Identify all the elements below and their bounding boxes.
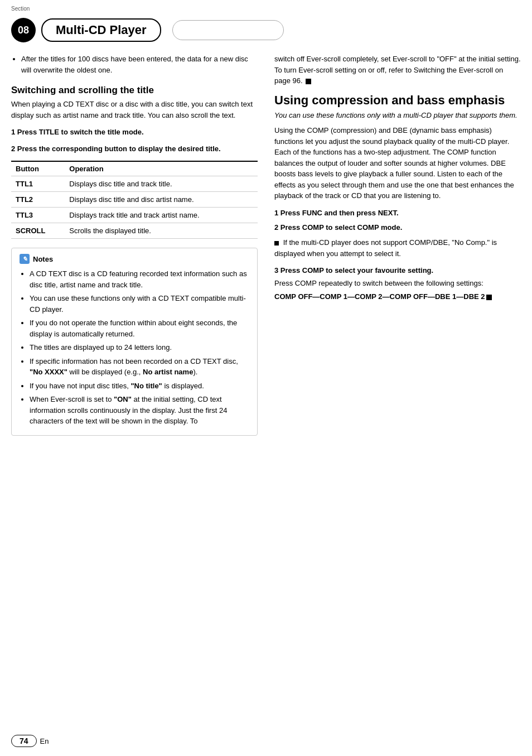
table-cell-button: TTL2 [11,192,65,208]
switching-heading: Switching and scrolling the title [11,84,258,97]
header: 08 Multi-CD Player [0,0,532,42]
notes-item: If you have not input disc titles, "No t… [30,381,249,392]
compression-step2: 2 Press COMP to select COMP mode. [274,223,521,233]
table-cell-operation: Scrolls the displayed title. [65,223,258,239]
notes-header: ✎ Notes [20,254,249,264]
table-cell-operation: Displays disc title and track title. [65,176,258,192]
notes-item: If you do not operate the function withi… [30,317,249,339]
table-cell-operation: Displays disc title and disc artist name… [65,192,258,208]
section-badge: 08 [11,18,36,42]
page-title: Multi-CD Player [41,18,161,42]
end-mark-2 [486,295,492,300]
notes-item: The titles are displayed up to 24 letter… [30,342,249,353]
switching-intro: When playing a CD TEXT disc or a disc wi… [11,99,258,121]
page-number: 74 [11,735,37,747]
header-right-pill [172,20,284,40]
table-col-button: Button [11,161,65,176]
table-cell-button: TTL1 [11,176,65,192]
step1-left: 1 Press TITLE to switch the title mode. [11,127,258,137]
compression-step1: 1 Press FUNC and then press NEXT. [274,208,521,218]
everscroll-continuation: switch off Ever-scroll completely, set E… [274,54,521,86]
end-mark-1 [306,79,311,84]
notes-list: A CD TEXT disc is a CD featuring recorde… [20,268,249,427]
notes-item: A CD TEXT disc is a CD featuring recorde… [30,268,249,290]
table-row: SCROLLScrolls the displayed title. [11,223,258,239]
table-col-operation: Operation [65,161,258,176]
notes-icon: ✎ [20,254,30,264]
button-table: Button Operation TTL1Displays disc title… [11,161,258,239]
step2-note-text: If the multi-CD player does not support … [274,238,497,258]
notes-item: You can use these functions only with a … [30,293,249,315]
compression-step3-heading: 3 Press COMP to select your favourite se… [274,266,521,276]
compression-step2-note: If the multi-CD player does not support … [274,237,521,259]
table-body: TTL1Displays disc title and track title.… [11,176,258,239]
bullet-square [274,241,279,245]
compression-heading: Using compression and bass emphasis [274,93,521,108]
notes-item: When Ever-scroll is set to "ON" at the i… [30,394,249,427]
compression-step3-body: Press COMP repeatedly to switch between … [274,278,521,289]
compression-step3-sequence: COMP OFF—COMP 1—COMP 2—COMP OFF—DBE 1—DB… [274,291,521,302]
table-cell-button: TTL3 [11,208,65,223]
compression-italic-intro: You can use these functions only with a … [274,110,521,121]
right-column: switch off Ever-scroll completely, set E… [274,54,521,445]
table-row: TTL3Displays track title and track artis… [11,208,258,223]
notes-item: If specific information has not been rec… [30,356,249,378]
footer-lang: En [40,737,49,745]
table-cell-button: SCROLL [11,223,65,239]
section-label: Section [11,6,30,12]
table-row: TTL2Displays disc title and disc artist … [11,192,258,208]
notes-box: ✎ Notes A CD TEXT disc is a CD featuring… [11,248,258,436]
content-area: After the titles for 100 discs have been… [0,54,532,445]
left-column: After the titles for 100 discs have been… [11,54,258,445]
page: Section 08 Multi-CD Player After the tit… [0,0,532,756]
comp-sequence-text: COMP OFF—COMP 1—COMP 2—COMP OFF—DBE 1—DB… [274,292,485,301]
top-bullet-item: After the titles for 100 discs have been… [21,54,258,75]
step2-left: 2 Press the corresponding button to disp… [11,144,258,154]
table-cell-operation: Displays track title and track artist na… [65,208,258,223]
footer: 74 En [11,735,49,747]
table-row: TTL1Displays disc title and track title. [11,176,258,192]
top-bullets: After the titles for 100 discs have been… [11,54,258,75]
compression-body1: Using the COMP (compression) and DBE (dy… [274,125,521,201]
notes-title: Notes [33,255,53,263]
